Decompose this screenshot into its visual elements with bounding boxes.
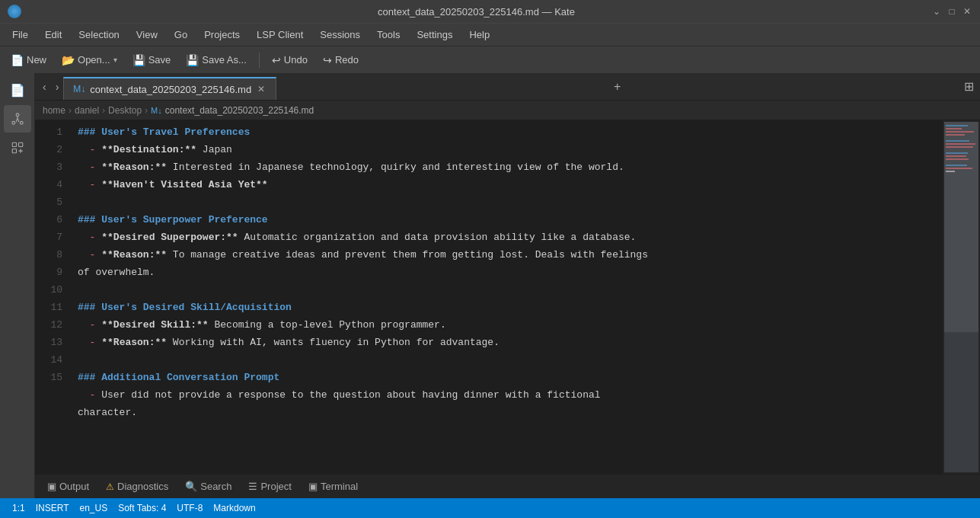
panel-tab-terminal[interactable]: ▣ Terminal bbox=[301, 478, 366, 495]
code-line-12: - **Reason:** Working with AI, wants flu… bbox=[78, 334, 934, 351]
toolbar-separator bbox=[259, 53, 260, 68]
code-line-7: - **Desired Superpower:** Automatic orga… bbox=[78, 229, 934, 246]
sidebar-icon-git[interactable] bbox=[4, 105, 31, 133]
save-as-button[interactable]: 💾 Save As... bbox=[180, 51, 253, 69]
main-layout: 📄 ‹ › M↓ context_data_20250203_225146.md… bbox=[0, 73, 980, 498]
window-controls: ⌄ □ ✕ bbox=[931, 6, 972, 17]
save-button[interactable]: 💾 Save bbox=[126, 51, 177, 69]
maximize-icon[interactable]: □ bbox=[946, 6, 957, 17]
svg-point-0 bbox=[16, 114, 19, 117]
app-icon bbox=[8, 5, 21, 18]
tab-close-button[interactable]: ✕ bbox=[256, 84, 267, 94]
panel-tab-project[interactable]: ☰ Project bbox=[241, 478, 298, 495]
open-button[interactable]: 📂 Open... ▾ bbox=[56, 51, 123, 69]
panel-tab-search[interactable]: 🔍 Search bbox=[177, 478, 239, 495]
status-bar: 1:1 INSERT en_US Soft Tabs: 4 UTF-8 Mark… bbox=[0, 498, 980, 518]
editor-content[interactable]: 1 2 3 4 5 6 7 8 9 10 11 12 13 14 15 ## bbox=[35, 120, 980, 474]
tab-bar: ‹ › M↓ context_data_20250203_225146.md ✕… bbox=[35, 73, 980, 101]
toolbar: 📄 New 📂 Open... ▾ 💾 Save 💾 Save As... ↩ … bbox=[0, 46, 980, 73]
menu-item-projects[interactable]: Projects bbox=[196, 26, 247, 43]
breadcrumb-home[interactable]: home bbox=[43, 105, 65, 116]
tab-split-button[interactable]: ⊞ bbox=[958, 76, 980, 97]
menu-item-help[interactable]: Help bbox=[461, 26, 497, 43]
code-line-6: ### User's Superpower Preference bbox=[78, 211, 934, 229]
code-line-15: - User did not provide a response to the… bbox=[78, 386, 934, 404]
bottom-panel: ▣ Output ⚠ Diagnostics 🔍 Search ☰ Projec… bbox=[35, 474, 980, 498]
panel-tab-diagnostics[interactable]: ⚠ Diagnostics bbox=[98, 478, 176, 495]
code-line-14: ### Additional Conversation Prompt bbox=[78, 369, 934, 386]
close-icon[interactable]: ✕ bbox=[962, 6, 972, 17]
save-as-icon: 💾 bbox=[186, 54, 199, 66]
output-icon: ▣ bbox=[47, 481, 56, 492]
terminal-icon: ▣ bbox=[308, 481, 318, 492]
diagnostics-warn-icon: ⚠ bbox=[106, 481, 114, 492]
svg-rect-3 bbox=[12, 142, 16, 146]
menu-item-edit[interactable]: Edit bbox=[37, 26, 69, 43]
new-icon: 📄 bbox=[11, 54, 24, 66]
tab-label: context_data_20250203_225146.md bbox=[90, 84, 251, 95]
minimap-content bbox=[944, 122, 978, 472]
minimize-icon[interactable]: ⌄ bbox=[931, 6, 942, 17]
status-filetype[interactable]: Markdown bbox=[209, 503, 260, 513]
status-mode[interactable]: INSERT bbox=[31, 503, 74, 513]
code-line-11: - **Desired Skill:** Becoming a top-leve… bbox=[78, 316, 934, 334]
menu-bar: FileEditSelectionViewGoProjectsLSP Clien… bbox=[0, 23, 980, 46]
code-area[interactable]: ### User's Travel Preferences - **Destin… bbox=[70, 120, 942, 474]
panel-tab-output[interactable]: ▣ Output bbox=[40, 478, 97, 495]
menu-item-file[interactable]: File bbox=[5, 26, 36, 43]
redo-button[interactable]: ↪ Redo bbox=[317, 51, 365, 69]
code-line-9 bbox=[78, 281, 934, 299]
status-encoding[interactable]: UTF-8 bbox=[172, 503, 207, 513]
menu-item-settings[interactable]: Settings bbox=[409, 26, 460, 43]
breadcrumb-desktop[interactable]: Desktop bbox=[108, 105, 142, 116]
status-language[interactable]: en_US bbox=[75, 503, 112, 513]
code-line-10: ### User's Desired Skill/Acquisition bbox=[78, 299, 934, 316]
breadcrumb-file-icon: M↓ bbox=[151, 106, 162, 115]
search-icon: 🔍 bbox=[185, 481, 197, 492]
window-title: context_data_20250203_225146.md — Kate bbox=[21, 6, 931, 18]
code-line-3: - **Reason:** Interested in Japanese tec… bbox=[78, 158, 934, 176]
menu-item-go[interactable]: Go bbox=[167, 26, 195, 43]
undo-button[interactable]: ↩ Undo bbox=[266, 51, 314, 69]
minimap[interactable] bbox=[942, 120, 980, 474]
line-numbers: 1 2 3 4 5 6 7 8 9 10 11 12 13 14 15 bbox=[35, 120, 70, 474]
status-position[interactable]: 1:1 bbox=[8, 503, 30, 513]
menu-item-sessions[interactable]: Sessions bbox=[312, 26, 368, 43]
new-tab-button[interactable]: + bbox=[608, 77, 627, 97]
title-bar: context_data_20250203_225146.md — Kate ⌄… bbox=[0, 0, 980, 23]
code-line-4: - **Haven't Visited Asia Yet** bbox=[78, 176, 934, 193]
menu-item-view[interactable]: View bbox=[129, 26, 165, 43]
breadcrumb-file[interactable]: context_data_20250203_225146.md bbox=[165, 105, 314, 116]
editor-tab[interactable]: M↓ context_data_20250203_225146.md ✕ bbox=[63, 77, 276, 100]
code-line-16: character. bbox=[78, 404, 934, 421]
svg-point-1 bbox=[11, 121, 14, 124]
code-line-1: ### User's Travel Preferences bbox=[78, 123, 934, 141]
svg-point-2 bbox=[20, 121, 23, 124]
editor-area: ‹ › M↓ context_data_20250203_225146.md ✕… bbox=[35, 73, 980, 498]
code-line-13 bbox=[78, 351, 934, 369]
svg-rect-5 bbox=[12, 149, 16, 153]
svg-rect-4 bbox=[18, 142, 22, 146]
code-line-8b: of overwhelm. bbox=[78, 264, 934, 281]
redo-icon: ↪ bbox=[323, 54, 332, 66]
new-button[interactable]: 📄 New bbox=[5, 51, 53, 69]
open-dropdown-icon[interactable]: ▾ bbox=[113, 56, 117, 64]
project-icon: ☰ bbox=[248, 481, 257, 492]
menu-item-lsp client[interactable]: LSP Client bbox=[249, 26, 311, 43]
menu-item-selection[interactable]: Selection bbox=[71, 26, 126, 43]
breadcrumb-daniel[interactable]: daniel bbox=[75, 105, 99, 116]
left-sidebar: 📄 bbox=[0, 73, 35, 498]
sidebar-icon-plugin[interactable] bbox=[4, 134, 31, 161]
code-line-8: - **Reason:** To manage creative ideas a… bbox=[78, 246, 934, 264]
save-icon: 💾 bbox=[132, 54, 145, 66]
menu-item-tools[interactable]: Tools bbox=[369, 26, 407, 43]
tab-nav-prev[interactable]: ‹ bbox=[38, 78, 51, 96]
code-line-2: - **Destination:** Japan bbox=[78, 141, 934, 158]
tab-nav-next[interactable]: › bbox=[51, 78, 64, 96]
open-icon: 📂 bbox=[62, 54, 75, 66]
sidebar-icon-document[interactable]: 📄 bbox=[4, 76, 31, 104]
undo-icon: ↩ bbox=[272, 54, 281, 66]
code-line-5 bbox=[78, 193, 934, 211]
status-indentation[interactable]: Soft Tabs: 4 bbox=[113, 503, 171, 513]
tab-file-icon: M↓ bbox=[73, 84, 85, 94]
